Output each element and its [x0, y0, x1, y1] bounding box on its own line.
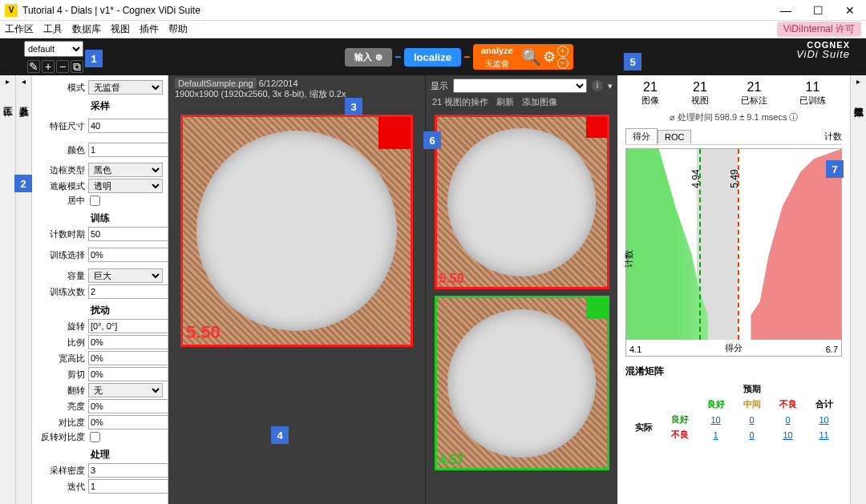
pipeline-input[interactable]: 输入⊕	[345, 48, 392, 67]
anomaly-score: 5.50	[186, 322, 221, 343]
info-icon[interactable]: ⓘ	[789, 112, 798, 122]
defect-corner-marker	[586, 117, 607, 138]
maximize-icon[interactable]: ☐	[802, 0, 834, 21]
confusion-matrix: 混淆矩阵 预期 良好中间不良合计 实际良好 10 0 0 10 不良 1 0 1…	[625, 365, 842, 442]
magnifier-icon[interactable]: 🔍	[521, 47, 541, 67]
epochs-input[interactable]	[88, 227, 168, 241]
image-viewer[interactable]: DefaultSample.png 6/12/2014 1900x1900 (1…	[168, 75, 425, 504]
plus-icon[interactable]: +	[42, 60, 55, 73]
iter-input[interactable]	[88, 479, 168, 494]
add-image-link[interactable]: 添加图像	[522, 96, 557, 108]
cm-good-total[interactable]: 10	[819, 415, 828, 425]
defect-corner-marker	[378, 117, 411, 149]
tab-score[interactable]: 得分	[625, 128, 658, 144]
density-input[interactable]	[88, 463, 168, 478]
cm-bad-good[interactable]: 1	[713, 430, 718, 440]
menu-view[interactable]: 视图	[111, 22, 130, 36]
feature-size-input[interactable]	[88, 119, 168, 133]
tab-roc[interactable]: ROC	[658, 130, 691, 143]
counter-views: 21视图	[691, 80, 709, 107]
view-actions[interactable]: 21 视图的操作	[432, 96, 488, 108]
vtab-tool-params[interactable]: ◂工具参数	[16, 75, 32, 504]
vtab-workspace[interactable]: ▸工作区	[0, 75, 16, 504]
callout-5: 5	[624, 53, 641, 71]
main-image[interactable]: 5.50	[180, 115, 413, 347]
image-info: DefaultSample.png 6/12/2014 1900x1900 (1…	[168, 75, 425, 103]
center-checkbox[interactable]	[90, 196, 100, 206]
app-icon: V	[5, 4, 18, 17]
workspace-select[interactable]: default	[24, 41, 83, 57]
params-panel: 模式无监督 采样 特征尺寸像素 颜色通道 边框类型黑色 遮蔽模式透明 居中 训练…	[32, 75, 168, 504]
chevron-down-icon[interactable]: ▾	[608, 81, 613, 91]
processing-time: ⌀ 处理时间 598.9 ± 9.1 msecs ⓘ	[625, 111, 842, 123]
menu-tools[interactable]: 工具	[43, 22, 63, 36]
thumbnail-panel: 显示 i ▾ 21 视图的操作 刷新 添加图像 5.50 4.57	[425, 75, 617, 504]
window-title: Tutorial 4 - Dials | v1* - Cognex ViDi S…	[22, 5, 200, 16]
brand-logo: COGNEX ViDi Suite	[796, 42, 850, 59]
plus-circle-icon[interactable]: ⊕	[375, 52, 382, 62]
pipeline-localize[interactable]: localize	[404, 48, 461, 67]
flip-select[interactable]: 无	[88, 383, 163, 397]
dial-face	[196, 131, 397, 331]
score-histogram[interactable]: 4.94 5.49 计数 4.1 6.7 得分	[625, 148, 842, 357]
callout-3: 3	[345, 98, 362, 115]
brightness-input[interactable]	[88, 399, 168, 413]
vtab-db-overview[interactable]: ▸数据库概述	[850, 75, 866, 504]
counter-trained: 11已训练	[799, 80, 826, 107]
pencil-icon[interactable]: ✎	[27, 60, 40, 73]
menu-plugins[interactable]: 插件	[140, 22, 159, 36]
remove-stage-icon[interactable]: −	[557, 58, 569, 69]
border-select[interactable]: 黑色	[88, 163, 163, 177]
minus-icon[interactable]: −	[56, 60, 69, 73]
train-select-input[interactable]	[88, 248, 168, 262]
shear-input[interactable]	[88, 367, 168, 381]
mode-select[interactable]: 无监督	[88, 80, 163, 95]
cm-bad-bad[interactable]: 10	[783, 430, 792, 440]
stats-panel: 21图像 21视图 21已标注 11已训练 ⌀ 处理时间 598.9 ± 9.1…	[617, 75, 850, 504]
cm-good-good[interactable]: 10	[710, 415, 720, 425]
menu-help[interactable]: 帮助	[168, 22, 188, 36]
copy-icon[interactable]: ⧉	[71, 60, 83, 73]
train-count-input[interactable]	[88, 284, 168, 299]
close-icon[interactable]: ✕	[834, 0, 866, 21]
info-icon[interactable]: i	[592, 80, 603, 91]
license-badge: ViDiInternal 许可	[777, 22, 861, 37]
menu-workspace[interactable]: 工作区	[5, 22, 34, 36]
minimize-icon[interactable]: —	[770, 0, 802, 21]
callout-4: 4	[271, 426, 289, 444]
counter-images: 21图像	[641, 80, 659, 107]
capacity-select[interactable]: 巨大	[88, 268, 163, 283]
cm-good-mid[interactable]: 0	[749, 415, 754, 425]
scale-input[interactable]	[88, 335, 168, 349]
color-input[interactable]	[88, 143, 168, 157]
invert-checkbox[interactable]	[90, 432, 100, 442]
tool-bar: default ✎ + − ⧉ 输入⊕ ━ localize ━ analyze…	[0, 38, 866, 75]
callout-7: 7	[826, 160, 844, 178]
cm-good-bad[interactable]: 0	[785, 415, 790, 425]
refresh-link[interactable]: 刷新	[496, 96, 514, 108]
contrast-input[interactable]	[88, 415, 168, 429]
callout-2: 2	[14, 175, 32, 192]
add-stage-icon[interactable]: +	[557, 46, 569, 57]
callout-6: 6	[423, 131, 441, 149]
pipeline-analyze[interactable]: analyze 无监督	[473, 44, 521, 69]
ok-corner-marker	[586, 298, 607, 319]
callout-1: 1	[85, 50, 103, 67]
brain-icon[interactable]: ⚙	[543, 48, 556, 66]
counter-labeled: 21已标注	[741, 80, 767, 107]
cm-bad-total[interactable]: 11	[819, 430, 828, 440]
thumbnail-1[interactable]: 5.50	[435, 115, 609, 289]
aspect-input[interactable]	[88, 351, 168, 365]
rotate-input[interactable]	[88, 319, 168, 333]
display-filter-select[interactable]	[453, 79, 587, 93]
menu-database[interactable]: 数据库	[72, 22, 101, 36]
menu-bar: 工作区 工具 数据库 视图 插件 帮助 ViDiInternal 许可	[0, 21, 866, 38]
cm-bad-mid[interactable]: 0	[749, 430, 754, 440]
titlebar: V Tutorial 4 - Dials | v1* - Cognex ViDi…	[0, 0, 866, 21]
mask-select[interactable]: 透明	[88, 179, 163, 193]
thumbnail-2[interactable]: 4.57	[435, 296, 609, 470]
